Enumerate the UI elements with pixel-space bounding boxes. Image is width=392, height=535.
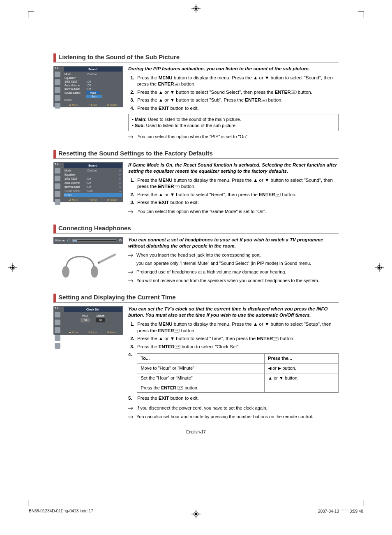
section-title: Setting and Displaying the Current Time — [53, 294, 339, 303]
step-item: Press the ▲ or ▼ button to select "Sub".… — [136, 97, 339, 104]
note: you can operate only "Internal Mute" and… — [128, 260, 339, 266]
svg-point-22 — [91, 266, 98, 278]
step-item: Press the MENU button to display the men… — [136, 75, 339, 88]
note-text: You can select this option when the "PIP… — [138, 134, 249, 139]
note: You can select this option when the "Gam… — [128, 208, 339, 215]
section-title: Connecting Headphones — [53, 225, 339, 234]
enter-icon — [291, 90, 297, 94]
note-arrow-icon — [128, 405, 136, 411]
svg-rect-27 — [175, 345, 180, 348]
table-row: Press the ENTER button. — [137, 383, 339, 393]
step-item: Press the ▲ or ▼ button to select "Sound… — [136, 89, 339, 96]
note: You can select this option when the "PIP… — [128, 134, 339, 140]
enter-icon — [275, 193, 281, 197]
note-arrow-icon — [128, 252, 136, 258]
info-box: Main: Used to listen to the sound of the… — [128, 114, 339, 131]
svg-rect-16 — [174, 83, 179, 86]
enter-icon — [174, 329, 180, 333]
enter-icon — [261, 99, 267, 102]
headphone-icon — [53, 248, 123, 281]
step-item: Press the EXIT button to exit. — [136, 199, 339, 206]
section-headphones: Connecting Headphones Volume 🔊 10 — [53, 225, 339, 284]
note: Prolonged use of headphones at a high vo… — [128, 269, 339, 275]
footer-file: BN68-01234D-01Eng-0413.indd 17 — [29, 509, 93, 514]
page-number: English-17 — [53, 430, 339, 434]
info-line: Main: Used to listen to the sound of the… — [132, 116, 335, 123]
volume-value: 10 — [118, 239, 122, 242]
volume-bar: Volume 🔊 10 — [53, 237, 123, 244]
osd-thumbnail: T VSoundMode: Custom▸Equalizer▸SRS TSXT:… — [53, 162, 123, 215]
clockset-table: To...Press the... Move to "Hour" or "Min… — [137, 353, 339, 393]
osd-thumbnail: T VClock Set Hour00 Minute00 ◂▸ Move⏎ Ad… — [53, 306, 123, 420]
svg-rect-18 — [261, 99, 266, 102]
note: You will not receive sound from the spea… — [128, 278, 339, 284]
crop-mark — [28, 500, 34, 506]
step-item: Press the ▲ or ▼ button to select "Reset… — [136, 192, 339, 198]
section-intro: If Game Mode is On, the Reset Sound func… — [128, 162, 339, 175]
svg-point-21 — [62, 266, 69, 278]
section-intro: You can connect a set of headphones to y… — [128, 237, 339, 250]
headphone-illustration: Volume 🔊 10 — [53, 237, 123, 284]
speaker-icon: 🔊 — [67, 239, 70, 242]
table-row: Move to "Hour" or "Minute"◀ or ▶ button. — [137, 363, 339, 373]
svg-point-24 — [98, 262, 99, 264]
volume-label: Volume — [55, 239, 65, 242]
svg-rect-17 — [291, 90, 296, 94]
svg-rect-19 — [174, 185, 179, 188]
step-text: Press the EXIT button to exit. — [137, 395, 199, 402]
print-footer: BN68-01234D-01Eng-0413.indd 17 2007-04-1… — [29, 509, 363, 514]
registration-mark-icon — [375, 263, 384, 272]
step-number: 5. — [128, 395, 134, 402]
step-item: Press the MENU button to display the men… — [136, 177, 339, 190]
svg-rect-26 — [273, 337, 278, 340]
note: When you insert the head set jack into t… — [128, 252, 339, 258]
step-item: Press the ▲ or ▼ button to select "Time"… — [136, 336, 339, 342]
section-clock: Setting and Displaying the Current Time … — [53, 294, 339, 420]
note: If you disconnect the power cord, you ha… — [128, 405, 339, 411]
step-number: 4. — [128, 352, 134, 393]
section-sub-picture-sound: Listening to the Sound of the Sub Pictur… — [53, 53, 339, 140]
crop-mark — [358, 12, 364, 18]
section-title: Listening to the Sound of the Sub Pictur… — [53, 53, 339, 63]
note: You can also set hour and minute by pres… — [128, 414, 339, 420]
enter-icon — [178, 386, 183, 390]
enter-icon — [174, 83, 180, 86]
note-arrow-icon — [128, 278, 136, 284]
svg-rect-25 — [174, 329, 179, 332]
svg-line-23 — [99, 255, 115, 263]
registration-mark-icon — [8, 263, 17, 272]
table-header: Press the... — [265, 354, 339, 364]
section-title: Resetting the Sound Settings to the Fact… — [53, 150, 339, 159]
svg-rect-28 — [178, 386, 183, 389]
note-arrow-icon — [128, 414, 136, 420]
note-arrow-icon — [128, 208, 136, 215]
info-line: Sub: Used to listen to the sound of the … — [132, 123, 335, 129]
step-item: Press the EXIT button to exit. — [136, 105, 339, 112]
section-intro: You can set the TV's clock so that the c… — [128, 306, 339, 319]
table-header: To... — [137, 354, 265, 364]
section-reset-sound: Resetting the Sound Settings to the Fact… — [53, 150, 339, 215]
enter-icon — [174, 185, 180, 189]
osd-thumbnail: T VSoundMode: CustomEqualizerSRS TSXT: O… — [53, 66, 123, 140]
note-text: You can select this option when the "Gam… — [138, 209, 266, 214]
enter-icon — [175, 345, 180, 349]
table-row: Set the "Hour" or "Minute"▲ or ▼ button. — [137, 373, 339, 383]
step-item: Press the ENTER button to select "Clock … — [136, 344, 339, 350]
footer-date: 2007-04-13 ￣￣ 3:59:48 — [318, 509, 363, 514]
crop-mark — [28, 12, 34, 18]
note-arrow-icon — [128, 134, 136, 140]
section-intro: During the PIP features activation, you … — [128, 66, 339, 72]
note-arrow-icon — [128, 269, 136, 275]
enter-icon — [273, 337, 279, 341]
step-item: Press the MENU button to display the men… — [136, 321, 339, 334]
crop-mark — [358, 500, 364, 506]
svg-rect-20 — [275, 193, 280, 196]
registration-mark-icon — [191, 4, 201, 13]
